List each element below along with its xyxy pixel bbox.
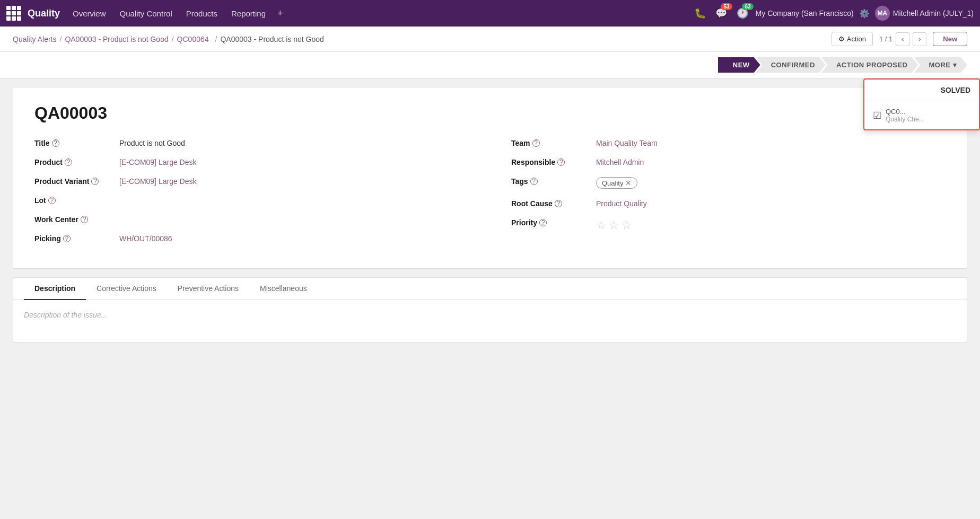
main-content: QA00003 Title ? Product is not Good Prod…	[0, 78, 980, 351]
field-tags: Tags ? Quality ✕	[511, 176, 946, 189]
label-team: Team ?	[511, 138, 596, 147]
form-card: QA00003 Title ? Product is not Good Prod…	[13, 87, 967, 269]
tab-preventive-actions[interactable]: Preventive Actions	[167, 278, 249, 300]
priority-stars: ☆ ☆ ☆	[596, 218, 946, 232]
help-product-variant[interactable]: ?	[91, 178, 99, 185]
label-product: Product ?	[34, 157, 119, 166]
label-responsible: Responsible ?	[511, 157, 596, 166]
tabs: Description Corrective Actions Preventiv…	[13, 278, 967, 300]
navbar: Quality Overview Quality Control Product…	[0, 0, 980, 27]
nav-quality-control[interactable]: Quality Control	[113, 6, 179, 21]
solved-label: SOLVED	[873, 86, 970, 94]
value-root-cause[interactable]: Product Quality	[596, 198, 946, 208]
tag-quality: Quality ✕	[596, 177, 637, 189]
field-work-center: Work Center ?	[34, 214, 469, 224]
label-title: Title ?	[34, 138, 119, 147]
breadcrumb-current: QA00003 - Product is not Good	[220, 35, 323, 43]
chevron-down-icon: ▾	[953, 61, 957, 69]
value-lot[interactable]	[119, 195, 469, 196]
help-lot[interactable]: ?	[48, 197, 56, 204]
action-button[interactable]: ⚙ Action	[832, 32, 873, 46]
field-root-cause: Root Cause ? Product Quality	[511, 198, 946, 208]
tab-miscellaneous[interactable]: Miscellaneous	[249, 278, 318, 300]
sep-1: /	[59, 35, 62, 43]
nav-products[interactable]: Products	[180, 6, 224, 21]
label-tags: Tags ?	[511, 176, 596, 186]
label-root-cause: Root Cause ?	[511, 198, 596, 208]
pagination-label: 1 / 1	[879, 35, 892, 43]
brand[interactable]: Quality	[6, 6, 60, 21]
prev-button[interactable]: ‹	[896, 32, 909, 46]
help-responsible[interactable]: ?	[557, 159, 565, 166]
value-product-variant[interactable]: [E-COM09] Large Desk	[119, 176, 469, 186]
star-2[interactable]: ☆	[609, 218, 619, 232]
dropdown-qc-item[interactable]: ☑ QC0... Quality Che...	[864, 101, 979, 129]
star-1[interactable]: ☆	[596, 218, 607, 232]
help-root-cause[interactable]: ?	[555, 200, 562, 207]
label-work-center: Work Center ?	[34, 214, 119, 224]
field-title: Title ? Product is not Good	[34, 138, 469, 147]
value-picking[interactable]: WH/OUT/00086	[119, 233, 469, 243]
tools-icon[interactable]: ⚙️	[859, 8, 870, 19]
field-lot: Lot ?	[34, 195, 469, 205]
field-product: Product ? [E-COM09] Large Desk	[34, 157, 469, 166]
value-product[interactable]: [E-COM09] Large Desk	[119, 157, 469, 166]
messages-icon[interactable]: 💬 53	[713, 5, 729, 21]
next-button[interactable]: ›	[913, 32, 926, 46]
status-steps: NEW CONFIRMED ACTION PROPOSED MORE ▾	[718, 57, 967, 73]
help-title[interactable]: ?	[52, 139, 59, 147]
value-responsible[interactable]: Mitchell Admin	[596, 157, 946, 166]
qc-item-label: QC0...	[886, 108, 924, 116]
step-new[interactable]: NEW	[718, 57, 760, 73]
help-product[interactable]: ?	[65, 159, 72, 166]
brand-label: Quality	[28, 8, 60, 19]
new-button[interactable]: New	[933, 32, 967, 46]
user-menu[interactable]: MA Mitchell Admin (JULY_1)	[875, 6, 974, 21]
username-label: Mitchell Admin (JULY_1)	[893, 9, 974, 17]
tab-content: Description of the issue...	[13, 300, 967, 342]
help-team[interactable]: ?	[532, 139, 540, 147]
breadcrumb-bar: Quality Alerts / QA00003 - Product is no…	[0, 27, 980, 52]
breadcrumb-quality-alerts[interactable]: Quality Alerts	[13, 35, 56, 43]
breadcrumb: Quality Alerts / QA00003 - Product is no…	[13, 35, 324, 43]
avatar: MA	[875, 6, 890, 21]
tag-remove-quality[interactable]: ✕	[625, 179, 632, 187]
value-team[interactable]: Main Quality Team	[596, 138, 946, 147]
debug-icon[interactable]: 🐛	[692, 5, 708, 21]
company-label[interactable]: My Company (San Francisco)	[756, 9, 854, 17]
form-right: Team ? Main Quality Team Responsible ? M…	[490, 138, 946, 252]
field-picking: Picking ? WH/OUT/00086	[34, 233, 469, 243]
step-confirmed[interactable]: CONFIRMED	[756, 57, 826, 73]
value-work-center[interactable]	[119, 214, 469, 215]
tab-description[interactable]: Description	[24, 278, 86, 300]
help-priority[interactable]: ?	[539, 219, 547, 226]
tab-corrective-actions[interactable]: Corrective Actions	[86, 278, 167, 300]
nav-overview[interactable]: Overview	[66, 6, 112, 21]
pagination: 1 / 1 ‹ ›	[879, 32, 926, 46]
value-tags: Quality ✕	[596, 176, 946, 189]
breadcrumb-qc00064[interactable]: QC00064	[177, 35, 209, 43]
step-action-proposed[interactable]: ACTION PROPOSED	[821, 57, 918, 73]
dropdown-solved[interactable]: SOLVED	[864, 80, 979, 101]
step-more[interactable]: MORE ▾	[914, 57, 968, 73]
label-picking: Picking ?	[34, 233, 119, 243]
help-picking[interactable]: ?	[63, 235, 71, 242]
field-responsible: Responsible ? Mitchell Admin	[511, 157, 946, 166]
value-title: Product is not Good	[119, 138, 469, 147]
help-tags[interactable]: ?	[530, 178, 538, 185]
record-id: QA00003	[34, 103, 946, 123]
nav-reporting[interactable]: Reporting	[225, 6, 272, 21]
message-badge: 53	[721, 3, 732, 10]
value-priority: ☆ ☆ ☆	[596, 217, 946, 232]
help-work-center[interactable]: ?	[81, 216, 88, 223]
status-dropdown: SOLVED ☑ QC0... Quality Che...	[863, 78, 980, 130]
add-menu-button[interactable]: +	[273, 6, 287, 21]
label-priority: Priority ?	[511, 217, 596, 227]
breadcrumb-qa00003[interactable]: QA00003 - Product is not Good	[65, 35, 168, 43]
gear-icon: ⚙	[838, 35, 845, 43]
form-grid: Title ? Product is not Good Product ? [E…	[34, 138, 946, 252]
form-left: Title ? Product is not Good Product ? [E…	[34, 138, 490, 252]
activities-icon[interactable]: 🕐 63	[734, 5, 750, 21]
grid-icon[interactable]	[6, 6, 21, 21]
star-3[interactable]: ☆	[622, 218, 632, 232]
